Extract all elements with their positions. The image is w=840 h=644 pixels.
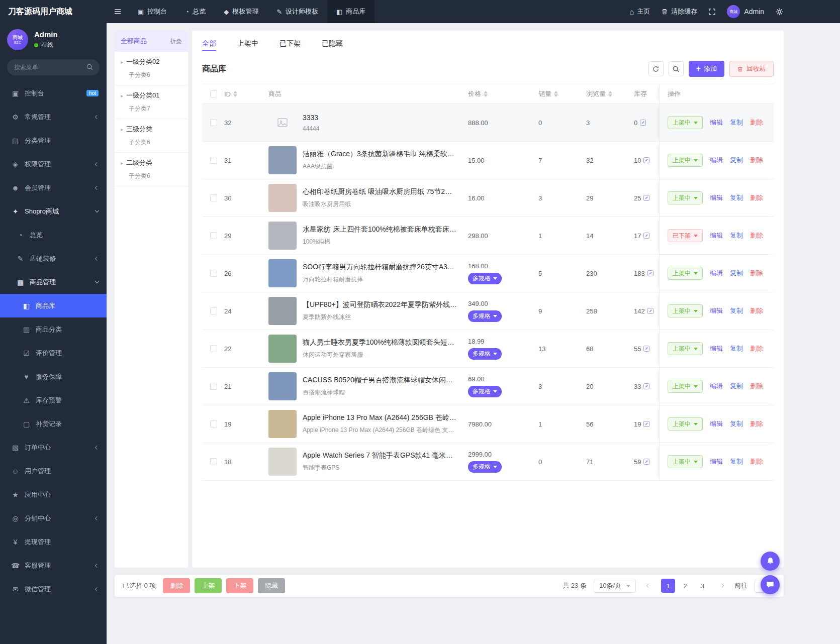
category-node[interactable]: ▸ 一级分类01 <box>121 91 182 100</box>
status-dropdown[interactable]: 上架中 <box>668 455 703 468</box>
delete-link[interactable]: 删除 <box>750 156 763 165</box>
row-checkbox[interactable] <box>210 232 217 239</box>
product-image[interactable] <box>268 448 297 476</box>
batch-action-button[interactable]: 隐藏 <box>258 578 285 593</box>
sidebar-item[interactable]: ▧ 订单中心 <box>0 436 107 459</box>
sidebar-item[interactable]: ¥ 提现管理 <box>0 530 107 554</box>
row-checkbox[interactable] <box>210 194 217 201</box>
row-checkbox[interactable] <box>210 119 217 126</box>
product-image[interactable] <box>268 222 297 250</box>
topbar-tab[interactable]: ▣ 控制台 <box>129 0 176 23</box>
delete-link[interactable]: 删除 <box>750 118 763 127</box>
row-checkbox[interactable] <box>210 458 217 465</box>
sidebar-item[interactable]: ☎ 客服管理 <box>0 554 107 577</box>
category-child[interactable]: 子分类7 <box>129 104 182 113</box>
sort-icon[interactable] <box>484 91 488 97</box>
next-page-button[interactable] <box>716 579 727 593</box>
batch-action-button[interactable]: 下架 <box>226 578 253 593</box>
batch-action-button[interactable]: 删除 <box>163 578 190 593</box>
topbar-tab[interactable]: ◔ 总览 <box>176 0 215 23</box>
stock-edit-icon[interactable] <box>643 345 650 352</box>
clear-cache-link[interactable]: 清除缓存 <box>661 7 697 16</box>
stock-edit-icon[interactable] <box>647 307 654 314</box>
copy-link[interactable]: 复制 <box>730 344 743 353</box>
stock-edit-icon[interactable] <box>643 157 650 164</box>
edit-link[interactable]: 编辑 <box>710 382 723 391</box>
copy-link[interactable]: 复制 <box>730 382 743 391</box>
sidebar-item[interactable]: ♥ 服务保障 <box>0 365 107 388</box>
sidebar-item[interactable]: ✉ 微信管理 <box>0 577 107 601</box>
multi-spec-dropdown[interactable]: 多规格 <box>468 348 502 360</box>
sidebar-item[interactable]: ◧ 商品库 <box>0 294 107 317</box>
recycle-bin-button[interactable]: 回收站 <box>729 61 774 77</box>
edit-link[interactable]: 编辑 <box>710 419 723 428</box>
sidebar-item[interactable]: ▦ 商品管理 <box>0 270 107 294</box>
edit-link[interactable]: 编辑 <box>710 344 723 353</box>
status-dropdown[interactable]: 上架中 <box>668 304 703 317</box>
column-header-price[interactable]: 价格 <box>468 89 538 98</box>
category-child[interactable]: 子分类6 <box>129 138 182 147</box>
expand-triangle-icon[interactable]: ▸ <box>121 59 123 65</box>
product-image[interactable] <box>268 297 297 325</box>
sidebar-item[interactable]: ◈ 权限管理 <box>0 152 107 176</box>
sidebar-item[interactable]: ◎ 分销中心 <box>0 506 107 530</box>
topbar-user[interactable]: 商城 Admin <box>727 5 764 18</box>
page-number[interactable]: 3 <box>695 579 709 593</box>
chat-button[interactable] <box>761 575 780 594</box>
product-title[interactable]: 洁丽雅（Grace）3条抗菌新疆棉毛巾 纯棉柔软家用... <box>303 150 458 159</box>
delete-link[interactable]: 删除 <box>750 419 763 428</box>
sidebar-item[interactable]: ⚙ 常规管理 <box>0 105 107 129</box>
topbar-tab[interactable]: ◧ 商品库 <box>327 0 375 23</box>
sidebar-item[interactable]: ★ 应用中心 <box>0 483 107 506</box>
search-button[interactable] <box>669 61 684 76</box>
multi-spec-dropdown[interactable]: 多规格 <box>468 461 502 473</box>
stock-edit-icon[interactable] <box>647 270 654 277</box>
product-image[interactable] <box>268 410 297 438</box>
hamburger-menu-icon[interactable] <box>107 8 129 16</box>
stock-edit-icon[interactable] <box>643 383 650 390</box>
product-title[interactable]: Apple Watch Series 7 智能手表GPS款41 毫米星光... <box>303 451 458 460</box>
filter-tab[interactable]: 已下架 <box>279 31 301 57</box>
fullscreen-icon[interactable] <box>708 8 716 16</box>
batch-action-button[interactable]: 上架 <box>195 578 222 593</box>
column-header-views[interactable]: 浏览量 <box>586 89 634 98</box>
edit-link[interactable]: 编辑 <box>710 306 723 315</box>
product-title[interactable]: Apple iPhone 13 Pro Max (A2644) 256GB 苍岭… <box>303 413 458 422</box>
stock-edit-icon[interactable] <box>639 119 646 126</box>
product-image[interactable] <box>268 146 297 174</box>
category-node[interactable]: ▸ 二级分类 <box>121 158 182 167</box>
refresh-button[interactable] <box>648 61 664 76</box>
sidebar-item[interactable]: ▤ 分类管理 <box>0 129 107 152</box>
product-image[interactable] <box>268 184 297 212</box>
sidebar-item[interactable]: ✎ 店铺装修 <box>0 247 107 270</box>
stock-edit-icon[interactable] <box>643 458 650 465</box>
stock-edit-icon[interactable] <box>643 420 650 427</box>
sidebar-item[interactable]: ☻ 会员管理 <box>0 176 107 199</box>
status-dropdown[interactable]: 上架中 <box>668 116 703 129</box>
status-dropdown[interactable]: 上架中 <box>668 417 703 431</box>
delete-link[interactable]: 删除 <box>750 344 763 353</box>
sort-icon[interactable] <box>608 91 612 97</box>
sidebar-item[interactable]: ☺ 用户管理 <box>0 459 107 483</box>
product-title[interactable]: 水星家纺 床上四件套100%纯棉被套床单枕套床上用... <box>303 225 458 234</box>
product-image[interactable] <box>268 372 297 400</box>
edit-link[interactable]: 编辑 <box>710 457 723 466</box>
column-header-id[interactable]: ID <box>224 90 268 98</box>
copy-link[interactable]: 复制 <box>730 156 743 165</box>
status-dropdown[interactable]: 已下架 <box>668 229 703 242</box>
notifications-button[interactable] <box>761 552 780 571</box>
filter-tab[interactable]: 已隐藏 <box>322 31 343 57</box>
status-dropdown[interactable]: 上架中 <box>668 342 703 355</box>
stock-edit-icon[interactable] <box>643 194 650 201</box>
copy-link[interactable]: 复制 <box>730 457 743 466</box>
sidebar-item[interactable]: ◔ 总览 <box>0 223 107 247</box>
topbar-tab[interactable]: ◆ 模板管理 <box>215 0 267 23</box>
row-checkbox[interactable] <box>210 420 217 427</box>
multi-spec-dropdown[interactable]: 多规格 <box>468 273 502 284</box>
sidebar-item[interactable]: ⚠ 库存预警 <box>0 388 107 412</box>
sidebar-item[interactable]: ☑ 评价管理 <box>0 341 107 365</box>
product-title[interactable]: 【UPF80+】波司登防晒衣2022年夏季防紫外线冰丝... <box>303 300 458 309</box>
column-header-sales[interactable]: 销量 <box>538 89 586 98</box>
delete-link[interactable]: 删除 <box>750 382 763 391</box>
edit-link[interactable]: 编辑 <box>710 156 723 165</box>
